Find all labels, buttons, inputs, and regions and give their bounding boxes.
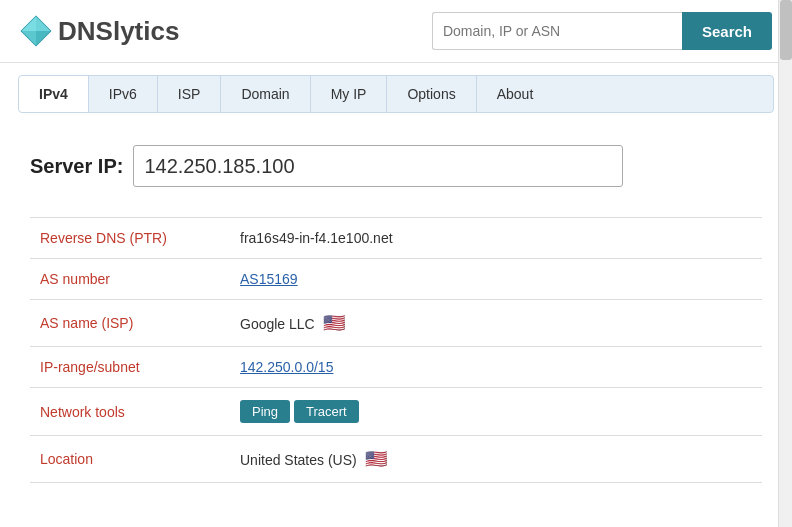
action-button-ping[interactable]: Ping bbox=[240, 400, 290, 423]
scrollbar-thumb[interactable] bbox=[780, 0, 792, 60]
tab-ipv4[interactable]: IPv4 bbox=[19, 76, 89, 112]
row-label: AS name (ISP) bbox=[30, 300, 230, 347]
search-button[interactable]: Search bbox=[682, 12, 772, 50]
server-ip-row: Server IP: bbox=[30, 145, 762, 187]
row-label: IP-range/subnet bbox=[30, 347, 230, 388]
row-label: Network tools bbox=[30, 388, 230, 436]
scrollbar-track[interactable] bbox=[778, 0, 792, 527]
row-value: AS15169 bbox=[230, 259, 762, 300]
row-link[interactable]: AS15169 bbox=[240, 271, 298, 287]
main-content: Server IP: Reverse DNS (PTR)fra16s49-in-… bbox=[0, 125, 792, 503]
table-row: Network toolsPingTracert bbox=[30, 388, 762, 436]
logo-icon bbox=[20, 15, 52, 47]
logo-dns: DNS bbox=[58, 16, 113, 46]
row-value: PingTracert bbox=[230, 388, 762, 436]
row-value: United States (US) 🇺🇸 bbox=[230, 436, 762, 483]
table-row: AS name (ISP)Google LLC 🇺🇸 bbox=[30, 300, 762, 347]
tab-isp[interactable]: ISP bbox=[158, 76, 222, 112]
action-button-tracert[interactable]: Tracert bbox=[294, 400, 359, 423]
tab-ipv6[interactable]: IPv6 bbox=[89, 76, 158, 112]
row-value: 142.250.0.0/15 bbox=[230, 347, 762, 388]
flag-icon: 🇺🇸 bbox=[365, 449, 387, 469]
row-label: Location bbox=[30, 436, 230, 483]
row-value: fra16s49-in-f4.1e100.net bbox=[230, 218, 762, 259]
header: DNSlytics Search bbox=[0, 0, 792, 63]
tabs-container: IPv4IPv6ISPDomainMy IPOptionsAbout bbox=[18, 75, 774, 113]
tab-myip[interactable]: My IP bbox=[311, 76, 388, 112]
logo-lytics: lytics bbox=[113, 16, 180, 46]
search-area: Search bbox=[432, 12, 772, 50]
tab-options[interactable]: Options bbox=[387, 76, 476, 112]
table-row: IP-range/subnet142.250.0.0/15 bbox=[30, 347, 762, 388]
table-row: Reverse DNS (PTR)fra16s49-in-f4.1e100.ne… bbox=[30, 218, 762, 259]
row-label: AS number bbox=[30, 259, 230, 300]
logo-text: DNSlytics bbox=[58, 16, 179, 47]
row-label: Reverse DNS (PTR) bbox=[30, 218, 230, 259]
table-row: LocationUnited States (US) 🇺🇸 bbox=[30, 436, 762, 483]
tab-about[interactable]: About bbox=[477, 76, 554, 112]
search-input[interactable] bbox=[432, 12, 682, 50]
row-link[interactable]: 142.250.0.0/15 bbox=[240, 359, 333, 375]
row-value: Google LLC 🇺🇸 bbox=[230, 300, 762, 347]
flag-icon: 🇺🇸 bbox=[323, 313, 345, 333]
table-row: AS numberAS15169 bbox=[30, 259, 762, 300]
tab-domain[interactable]: Domain bbox=[221, 76, 310, 112]
server-ip-input[interactable] bbox=[133, 145, 623, 187]
server-ip-label: Server IP: bbox=[30, 155, 123, 178]
info-table: Reverse DNS (PTR)fra16s49-in-f4.1e100.ne… bbox=[30, 217, 762, 483]
logo: DNSlytics bbox=[20, 15, 179, 47]
